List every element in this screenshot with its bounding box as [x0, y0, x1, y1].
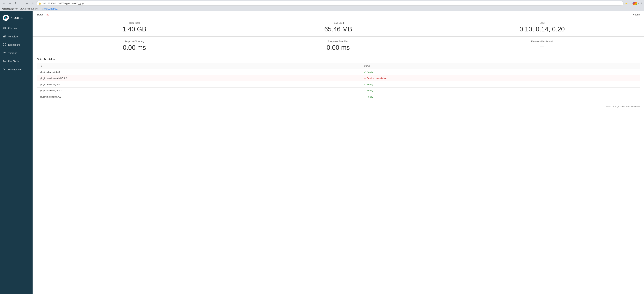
load-value: 0.10, 0.14, 0.20 — [444, 26, 640, 33]
svg-rect-5 — [5, 35, 6, 37]
kibana-logo-icon — [3, 15, 9, 21]
sidebar: kibana Discover Visualize Dashboard — [0, 11, 32, 294]
forward-button[interactable]: → — [8, 1, 13, 6]
row-plugin-id: plugin:kibana@6.4.2 — [37, 69, 361, 75]
star-icon[interactable]: ☆ — [628, 2, 631, 5]
check-icon: ✓ — [364, 71, 366, 73]
kibana-logo-text: kibana — [10, 16, 23, 20]
col-id-header: ID — [37, 63, 361, 69]
address-bar[interactable]: 🔒 192.168.100.11:30765/app/kibana#?_g=() — [36, 1, 624, 6]
sidebar-item-management[interactable]: Management — [0, 65, 32, 74]
table-row: plugin:metrics@6.4.2✓Ready — [37, 94, 640, 100]
warn-icon: ⚠ — [364, 77, 366, 80]
heap-total-metric: Heap Total 1.40 GB — [32, 18, 236, 36]
bookmark-empty-msg: 您的收藏夹是空的，请从其他浏览器导入。 — [2, 8, 41, 11]
sidebar-item-dashboard-label: Dashboard — [8, 43, 20, 46]
sidebar-item-devtools[interactable]: Dev Tools — [0, 57, 32, 65]
table-header-row: ID Status — [37, 63, 640, 69]
heap-used-label: Heap Used — [240, 22, 436, 24]
row-plugin-status: ✓Ready — [361, 69, 640, 75]
sidebar-item-timelion[interactable]: Timelion — [0, 49, 32, 57]
reload-button[interactable]: ↻ — [14, 1, 18, 6]
rps-metric: Requests Per Second — — [440, 37, 644, 55]
status-text-label: Status: — [37, 13, 44, 16]
devtools-icon — [3, 60, 6, 63]
heap-used-metric: Heap Used 65.46 MB — [236, 18, 440, 36]
table-row: plugin:timelion@6.4.2✓Ready — [37, 81, 640, 88]
sidebar-item-visualize[interactable]: Visualize — [0, 33, 32, 41]
back-button[interactable]: ← — [2, 1, 6, 6]
management-icon — [3, 68, 6, 71]
row-plugin-status: ✓Ready — [361, 94, 640, 100]
status-label: Status: Red — [37, 13, 49, 16]
sidebar-item-visualize-label: Visualize — [8, 35, 18, 38]
download-icon: ⬇ — [640, 2, 642, 5]
browser-toolbar: ← → ↻ ⌂ ↩ ☆ 🔒 192.168.100.11:30765/app/k… — [0, 0, 644, 7]
response-max-value: 0.00 ms — [240, 44, 436, 51]
build-info: Build 18010, Commit SHA 33b5de37 — [606, 105, 640, 108]
status-header: Status: Red kibana — [32, 11, 644, 18]
sidebar-item-timelion-label: Timelion — [8, 52, 17, 54]
table-row: plugin:kibana@6.4.2✓Ready — [37, 69, 640, 75]
heap-used-value: 65.46 MB — [240, 26, 436, 33]
response-max-label: Response Time Max — [240, 40, 436, 43]
google-apps-icon[interactable] — [634, 2, 637, 5]
url-text: 192.168.100.11:30765/app/kibana#?_g=() — [42, 2, 622, 5]
lock-icon: 🔒 — [38, 2, 41, 5]
response-max-metric: Response Time Max 0.00 ms — [236, 37, 440, 55]
import-bookmark-link[interactable]: 立即导入收藏夹... — [42, 8, 58, 11]
footer: Build 18010, Commit SHA 33b5de37 — [32, 103, 644, 111]
load-metric: Load 0.10, 0.14, 0.20 — [440, 18, 644, 36]
svg-rect-7 — [5, 43, 6, 44]
timelion-icon — [3, 51, 6, 55]
svg-rect-6 — [3, 43, 4, 44]
metrics-row-2: Response Time Avg 0.00 ms Response Time … — [32, 37, 644, 55]
svg-rect-9 — [5, 45, 6, 46]
scissors-icon: ✂ — [638, 2, 640, 5]
dashboard-icon — [3, 43, 6, 47]
row-plugin-status: ⚠Service Unavailable — [361, 75, 640, 81]
table-row: plugin:console@6.4.2✓Ready — [37, 88, 640, 94]
sidebar-item-management-label: Management — [8, 68, 22, 71]
visualize-icon — [3, 35, 6, 38]
browser-actions: ⚡ ☆ ▾ ✂ ⬇ — [625, 2, 642, 5]
response-avg-metric: Response Time Avg 0.00 ms — [32, 37, 236, 55]
svg-point-2 — [4, 28, 5, 29]
rps-value: — — [444, 44, 640, 49]
sidebar-item-discover-label: Discover — [8, 27, 18, 30]
home-button[interactable]: ⌂ — [20, 1, 24, 6]
row-plugin-id: plugin:metrics@6.4.2 — [37, 94, 361, 100]
svg-rect-3 — [3, 36, 4, 37]
row-plugin-status: ✓Ready — [361, 88, 640, 94]
bookmark-bar: 您的收藏夹是空的，请从其他浏览器导入。 立即导入收藏夹... — [0, 7, 644, 11]
svg-rect-8 — [3, 45, 4, 46]
app-container: kibana Discover Visualize Dashboard — [0, 11, 644, 294]
browser-chrome: ← → ↻ ⌂ ↩ ☆ 🔒 192.168.100.11:30765/app/k… — [0, 0, 644, 11]
main-content: Status: Red kibana Heap Total 1.40 GB He… — [32, 11, 644, 294]
svg-rect-4 — [4, 36, 5, 37]
check-icon: ✓ — [364, 83, 366, 86]
row-plugin-id: plugin:timelion@6.4.2 — [37, 81, 361, 88]
svg-rect-10 — [4, 61, 6, 62]
col-status-header: Status — [361, 63, 640, 69]
status-value: Red — [45, 13, 49, 16]
row-plugin-id: plugin:elasticsearch@6.4.2 — [37, 75, 361, 81]
sidebar-logo: kibana — [0, 11, 32, 24]
rps-label: Requests Per Second — [444, 40, 640, 43]
back-button2[interactable]: ↩ — [25, 1, 29, 6]
menu-icon[interactable]: ▾ — [632, 2, 633, 5]
sidebar-item-dashboard[interactable]: Dashboard — [0, 41, 32, 49]
check-icon: ✓ — [364, 95, 366, 98]
row-plugin-id: plugin:console@6.4.2 — [37, 88, 361, 94]
lightning-icon: ⚡ — [625, 2, 628, 5]
status-breakdown: Status Breakdown ID Status plugin:kibana… — [32, 55, 644, 103]
heap-total-label: Heap Total — [37, 22, 232, 24]
check-icon: ✓ — [364, 89, 366, 92]
load-label: Load — [444, 22, 640, 24]
bookmark-button[interactable]: ☆ — [30, 1, 35, 6]
sidebar-item-discover[interactable]: Discover — [0, 24, 32, 33]
breakdown-table: ID Status plugin:kibana@6.4.2✓Readyplugi… — [37, 63, 640, 100]
discover-icon — [3, 27, 6, 30]
breakdown-title: Status Breakdown — [37, 58, 640, 61]
app-name-label: kibana — [633, 13, 640, 16]
